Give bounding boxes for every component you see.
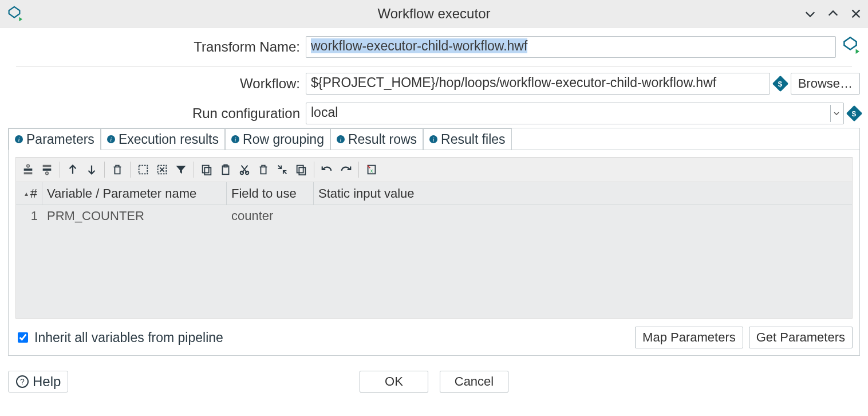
svg-rect-16 — [297, 166, 303, 173]
ok-button[interactable]: OK — [360, 371, 428, 393]
app-icon — [6, 5, 23, 22]
browse-button[interactable]: Browse… — [791, 73, 860, 95]
toolbar-separator — [194, 162, 194, 178]
add-row-above-icon[interactable] — [19, 161, 37, 178]
copy-icon[interactable] — [198, 161, 215, 178]
toolbar-separator — [104, 162, 105, 178]
close-button[interactable] — [850, 7, 862, 20]
info-icon: i — [107, 135, 115, 143]
svg-rect-8 — [139, 166, 148, 174]
separator — [16, 66, 852, 67]
filter-icon[interactable] — [172, 161, 190, 178]
info-icon: i — [337, 135, 345, 143]
tab-container: i Parameters i Execution results i Row g… — [8, 128, 860, 356]
undo-icon[interactable] — [318, 161, 336, 178]
toolbar-separator — [314, 162, 314, 178]
info-icon: i — [429, 135, 437, 143]
move-down-icon[interactable] — [83, 161, 100, 178]
workflow-label: Workflow: — [8, 76, 306, 92]
cut-icon[interactable] — [236, 161, 253, 178]
column-header-field[interactable]: Field to use — [227, 182, 314, 205]
form-area: Transform Name: workflow-executor-child-… — [0, 28, 868, 124]
svg-point-7 — [46, 172, 48, 174]
run-config-input[interactable]: local — [306, 103, 844, 124]
svg-rect-17 — [299, 167, 305, 175]
move-up-icon[interactable] — [64, 161, 81, 178]
workflow-value: ${PROJECT_HOME}/hop/loops/workflow-execu… — [311, 75, 716, 90]
transform-name-input[interactable]: workflow-executor-child-workflow.hwf — [306, 36, 836, 58]
duplicate-icon[interactable] — [293, 161, 310, 178]
maximize-button[interactable] — [827, 7, 839, 20]
info-icon: i — [231, 135, 239, 143]
tab-panel-parameters: x # Variable / Parameter name Field to u… — [9, 150, 859, 355]
tab-strip: i Parameters i Execution results i Row g… — [9, 128, 859, 150]
collapse-icon[interactable] — [274, 161, 291, 178]
run-config-dropdown[interactable]: local — [306, 103, 844, 124]
tab-parameters[interactable]: i Parameters — [9, 128, 101, 150]
svg-rect-3 — [24, 168, 33, 171]
clear-selection-icon[interactable] — [153, 161, 171, 178]
inherit-checkbox[interactable] — [18, 332, 28, 343]
svg-rect-5 — [43, 165, 52, 167]
tab-result-rows[interactable]: i Result rows — [330, 128, 423, 150]
add-row-below-icon[interactable] — [38, 161, 56, 178]
minimize-button[interactable] — [804, 7, 816, 20]
toolbar-separator — [358, 162, 359, 178]
transform-name-label: Transform Name: — [8, 39, 306, 55]
help-button[interactable]: Help — [8, 371, 68, 393]
hop-icon — [841, 36, 860, 58]
cell-field[interactable]: counter — [227, 209, 314, 223]
tab-result-files[interactable]: i Result files — [423, 128, 511, 150]
column-header-num[interactable]: # — [16, 182, 42, 205]
paste-icon[interactable] — [217, 161, 234, 178]
map-parameters-button[interactable]: Map Parameters — [635, 327, 743, 348]
delete-icon[interactable] — [255, 161, 272, 178]
dialog-button-bar: Help OK Cancel — [0, 364, 868, 399]
export-excel-icon[interactable]: x — [363, 161, 380, 178]
transform-name-value: workflow-executor-child-workflow.hwf — [311, 38, 527, 53]
workflow-input[interactable]: ${PROJECT_HOME}/hop/loops/workflow-execu… — [306, 73, 770, 95]
tab-execution-results[interactable]: i Execution results — [101, 128, 225, 150]
run-config-value: local — [311, 105, 338, 120]
column-header-name[interactable]: Variable / Parameter name — [42, 182, 227, 205]
get-parameters-button[interactable]: Get Parameters — [749, 327, 853, 348]
titlebar: Workflow executor — [0, 0, 868, 28]
svg-rect-11 — [204, 167, 211, 175]
tab-row-grouping[interactable]: i Row grouping — [225, 128, 330, 150]
inherit-checkbox-label[interactable]: Inherit all variables from pipeline — [15, 330, 223, 346]
variable-badge-icon: $ — [846, 105, 862, 121]
variable-badge-icon: $ — [772, 76, 788, 92]
chevron-down-icon[interactable] — [830, 105, 842, 122]
column-header-value[interactable]: Static input value — [314, 182, 852, 205]
cell-name[interactable]: PRM_COUNTER — [42, 209, 227, 223]
info-icon: i — [15, 135, 23, 143]
select-all-icon[interactable] — [135, 161, 152, 178]
toolbar-separator — [60, 162, 60, 178]
svg-rect-6 — [43, 168, 52, 171]
svg-rect-4 — [24, 172, 33, 175]
svg-rect-10 — [203, 166, 209, 173]
delete-icon[interactable] — [109, 161, 126, 178]
run-config-label: Run configuration — [8, 105, 306, 121]
window-title: Workflow executor — [378, 6, 491, 22]
svg-point-2 — [27, 164, 29, 167]
parameter-grid: # Variable / Parameter name Field to use… — [15, 182, 853, 319]
inherit-label-text: Inherit all variables from pipeline — [34, 330, 223, 346]
table-toolbar: x — [15, 157, 853, 182]
redo-icon[interactable] — [337, 161, 354, 178]
toolbar-separator — [130, 162, 131, 178]
cell-num: 1 — [16, 209, 42, 223]
table-row[interactable]: 1PRM_COUNTERcounter — [16, 205, 852, 227]
cancel-button[interactable]: Cancel — [440, 371, 508, 393]
svg-text:x: x — [370, 168, 373, 174]
